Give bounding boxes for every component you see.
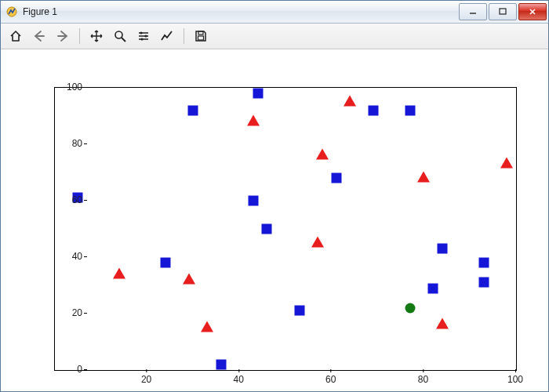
chart-line-icon bbox=[160, 29, 174, 43]
y-tick-label: 40 bbox=[51, 251, 82, 262]
move-icon bbox=[89, 29, 104, 43]
data-point bbox=[216, 359, 226, 369]
maximize-button[interactable] bbox=[489, 3, 517, 20]
save-icon bbox=[194, 29, 208, 43]
figure-window: Figure 1 bbox=[0, 0, 549, 392]
x-tick-label: 100 bbox=[507, 374, 523, 385]
x-tick-label: 80 bbox=[418, 374, 428, 385]
arrow-right-icon bbox=[56, 29, 70, 43]
data-point bbox=[500, 158, 513, 169]
arrow-left-icon bbox=[32, 29, 46, 43]
subplots-button[interactable] bbox=[133, 26, 154, 46]
data-point bbox=[417, 172, 430, 183]
toolbar-separator bbox=[184, 28, 184, 44]
data-point bbox=[331, 173, 341, 183]
svg-point-5 bbox=[140, 31, 142, 34]
data-point bbox=[161, 258, 171, 268]
svg-rect-8 bbox=[198, 31, 203, 34]
y-tick-label: 20 bbox=[51, 307, 82, 318]
x-tick-label: 60 bbox=[325, 374, 336, 385]
data-point bbox=[113, 267, 125, 278]
data-point bbox=[437, 244, 447, 254]
window-title: Figure 1 bbox=[23, 6, 457, 17]
data-point bbox=[428, 283, 438, 293]
y-tick-label: 0 bbox=[51, 364, 82, 375]
app-icon bbox=[5, 5, 18, 18]
data-point bbox=[248, 196, 258, 206]
data-point bbox=[405, 105, 415, 115]
plot-canvas[interactable]: 020406080100 20406080100 bbox=[1, 49, 548, 391]
data-point bbox=[316, 149, 329, 160]
data-point bbox=[478, 258, 489, 268]
x-tick-label: 20 bbox=[141, 374, 151, 385]
plot-area[interactable] bbox=[54, 87, 517, 371]
x-tick-label: 40 bbox=[234, 374, 244, 385]
svg-point-7 bbox=[140, 38, 143, 40]
svg-rect-9 bbox=[198, 36, 204, 40]
sliders-icon bbox=[136, 29, 151, 43]
save-button[interactable] bbox=[191, 26, 211, 46]
data-point bbox=[183, 273, 195, 284]
y-tick-label: 80 bbox=[51, 138, 82, 149]
back-button[interactable] bbox=[29, 26, 49, 46]
home-button[interactable] bbox=[5, 26, 26, 46]
data-point bbox=[405, 303, 415, 313]
titlebar: Figure 1 bbox=[1, 1, 548, 24]
zoom-icon bbox=[113, 29, 127, 43]
data-point bbox=[344, 96, 356, 107]
edit-axis-button[interactable] bbox=[157, 26, 177, 46]
y-tick-label: 100 bbox=[51, 82, 82, 93]
minimize-button[interactable] bbox=[459, 3, 487, 20]
data-point bbox=[262, 224, 272, 234]
toolbar-separator bbox=[79, 28, 80, 44]
data-point bbox=[436, 318, 449, 329]
data-point bbox=[247, 115, 260, 126]
svg-line-4 bbox=[122, 38, 125, 42]
svg-point-3 bbox=[115, 31, 122, 38]
data-point bbox=[201, 321, 213, 332]
svg-point-6 bbox=[144, 34, 147, 37]
home-icon bbox=[9, 29, 23, 43]
toolbar bbox=[1, 24, 548, 49]
forward-button[interactable] bbox=[53, 26, 73, 46]
data-point bbox=[253, 89, 263, 99]
svg-rect-2 bbox=[500, 9, 506, 14]
data-point bbox=[311, 237, 324, 248]
data-point bbox=[294, 306, 304, 316]
pan-button[interactable] bbox=[86, 26, 107, 46]
close-button[interactable] bbox=[518, 3, 547, 20]
data-point bbox=[478, 278, 489, 288]
window-buttons bbox=[457, 3, 547, 20]
y-tick-label: 60 bbox=[51, 194, 82, 205]
zoom-button[interactable] bbox=[110, 26, 130, 46]
data-point bbox=[368, 105, 378, 115]
data-point bbox=[188, 105, 198, 115]
